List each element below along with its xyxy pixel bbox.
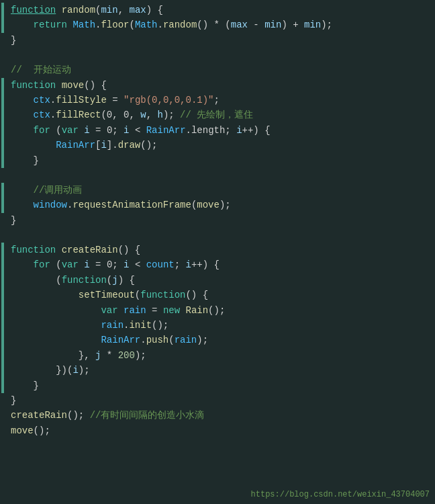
code-token: min xyxy=(264,19,281,30)
code-token: }, xyxy=(79,350,95,361)
code-token: ctx xyxy=(34,110,50,120)
line-bar xyxy=(1,153,4,168)
code-content: RainArr.push(rain); xyxy=(8,333,434,347)
code-line: for (var i = 0; i < RainArr.length; i++)… xyxy=(0,123,435,138)
line-bar xyxy=(1,257,4,272)
code-token: } xyxy=(34,155,39,166)
code-token: = 0; xyxy=(90,259,124,270)
code-token: function xyxy=(11,245,56,255)
code-token: min xyxy=(101,5,117,15)
code-content: } xyxy=(8,393,434,408)
code-token xyxy=(118,305,124,316)
code-token: ); xyxy=(79,365,90,376)
code-content: } xyxy=(8,33,434,48)
line-bar xyxy=(1,78,4,93)
line-bar xyxy=(1,198,4,212)
code-token: w xyxy=(140,110,146,120)
code-token: Math xyxy=(72,19,95,30)
code-token: i xyxy=(124,125,129,136)
code-token: count xyxy=(146,259,175,270)
code-line: })(i); xyxy=(0,363,435,378)
code-token: //有时间间隔的创造小水滴 xyxy=(90,410,205,421)
code-token: } xyxy=(11,215,16,226)
code-token: i xyxy=(84,125,89,136)
code-content: RainArr[i].draw(); xyxy=(8,138,434,153)
code-content: createRain(); //有时间间隔的创造小水滴 xyxy=(8,408,434,423)
code-token: function xyxy=(11,80,56,91)
code-token: h xyxy=(157,110,162,120)
code-line: }, j * 200); xyxy=(0,348,435,363)
line-bar xyxy=(1,423,4,438)
code-token: Rain xyxy=(186,305,209,316)
code-token: floor xyxy=(101,19,129,30)
code-token: move xyxy=(11,425,34,436)
code-line: ctx.fillStyle = "rgb(0,0,0,0.1)"; xyxy=(0,93,435,108)
code-token: for xyxy=(34,259,50,270)
code-token: i xyxy=(186,259,191,270)
code-content: for (var i = 0; i < RainArr.length; i++)… xyxy=(8,123,434,138)
code-token: i xyxy=(236,125,242,136)
code-token: () * ( xyxy=(197,19,230,30)
code-token: * xyxy=(101,350,117,361)
line-bar xyxy=(1,108,4,122)
code-editor: function random(min, max) { return Math.… xyxy=(0,0,435,458)
code-token: () { xyxy=(84,80,107,91)
empty-line xyxy=(0,168,435,183)
code-token: fillStyle xyxy=(56,95,107,106)
code-content: ctx.fillRect(0, 0, w, h); // 先绘制，遮住 xyxy=(8,108,434,122)
code-token: i xyxy=(124,259,129,270)
code-content: (function(j) { xyxy=(8,273,434,288)
code-token: ( xyxy=(56,275,61,286)
code-token: move xyxy=(197,200,220,210)
code-token: (); xyxy=(152,320,168,331)
code-token: ( xyxy=(50,125,62,136)
line-bar xyxy=(1,138,4,153)
code-line: createRain(); //有时间间隔的创造小水滴 xyxy=(0,408,435,423)
code-line: } xyxy=(0,393,435,408)
code-token: ); xyxy=(135,350,146,361)
code-token: //调用动画 xyxy=(34,185,83,196)
line-bar xyxy=(1,183,4,198)
code-token: ); xyxy=(163,110,180,120)
code-token: (); xyxy=(67,410,90,421)
code-content: function random(min, max) { xyxy=(8,3,434,17)
code-token: ) { xyxy=(118,275,135,286)
code-token: ) { xyxy=(146,5,163,15)
code-token: ) + xyxy=(281,19,304,30)
url-bar: https://blog.csdn.net/weixin_43704007 xyxy=(246,486,435,504)
code-token: } xyxy=(11,395,16,406)
code-token: < xyxy=(130,125,146,136)
code-token: } xyxy=(34,380,39,391)
code-content: window.requestAnimationFrame(move); xyxy=(8,198,434,212)
code-token: .length; xyxy=(186,125,237,136)
code-token: ( xyxy=(107,275,112,286)
code-token: // 开始运动 xyxy=(11,65,71,75)
code-token: createRain xyxy=(62,245,118,255)
code-token: ); xyxy=(321,19,332,30)
code-content: move(); xyxy=(8,423,434,438)
code-token: , xyxy=(146,110,158,120)
code-line: //调用动画 xyxy=(0,183,435,198)
code-token: requestAnimationFrame xyxy=(72,200,191,210)
code-content: ctx.fillStyle = "rgb(0,0,0,0.1)"; xyxy=(8,93,434,108)
code-content: } xyxy=(8,378,434,393)
code-token: RainArr xyxy=(56,140,95,151)
code-token: for xyxy=(34,125,50,136)
code-token: return xyxy=(34,19,67,30)
code-token: function xyxy=(62,275,107,286)
code-token: = 0; xyxy=(90,125,124,136)
line-bar xyxy=(1,303,4,318)
code-token: ; xyxy=(175,259,186,270)
code-token: })( xyxy=(56,365,72,376)
code-content: return Math.floor(Math.random() * (max -… xyxy=(8,17,434,32)
code-line: setTimeout(function() { xyxy=(0,288,435,302)
code-token: - xyxy=(248,19,264,30)
code-token: (); xyxy=(140,140,157,151)
code-token: i xyxy=(101,140,106,151)
code-token: // 先绘制，遮住 xyxy=(180,110,253,120)
code-token: } xyxy=(11,35,16,46)
line-bar xyxy=(1,318,4,333)
code-line: RainArr.push(rain); xyxy=(0,333,435,347)
code-token: i xyxy=(84,259,89,270)
code-token: window xyxy=(34,200,67,210)
